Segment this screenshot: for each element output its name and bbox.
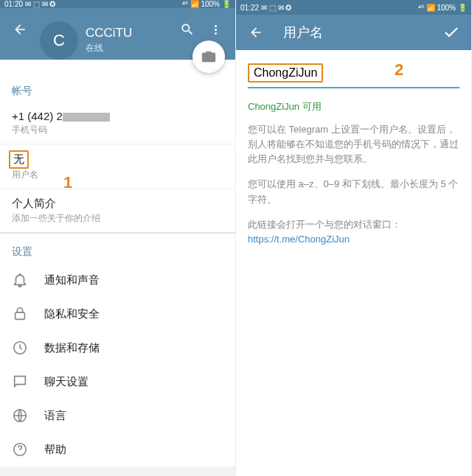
status-bar: 01:22 ✉ ⬚ ✉ ✪ ⁴⁶ 📶 100% 🔋 — [236, 0, 471, 15]
desc-2: 您可以使用 a–z、0–9 和下划线。最小长度为 5 个字符。 — [236, 174, 471, 214]
bio-sub: 添加一些关于你的介绍 — [12, 212, 223, 225]
status-net: ⁴⁶ 📶 100% — [418, 4, 456, 12]
bell-icon — [12, 272, 28, 288]
camera-icon — [201, 49, 217, 65]
desc-1: 您可以在 Telegram 上设置一个用户名。设置后，别人将能够在不知道您的手机… — [236, 119, 471, 174]
settings-screen: 01:20 ✉ ⬚ ✉ ✪ ⁴⁶ 📶 100% 🔋 C CCCiTU 在线 帐号… — [0, 0, 236, 476]
bio-value: 个人简介 — [12, 197, 223, 211]
username-sub: 用户名 — [12, 169, 223, 181]
phone-row[interactable]: +1 (442) 2 手机号码 — [0, 102, 235, 144]
svg-rect-0 — [15, 312, 25, 319]
settings-header: 设置 — [0, 234, 235, 263]
version-footer: Telegram Android 客户端 v5.11.0 (1710) arm6… — [0, 466, 235, 476]
setting-label: 帮助 — [44, 443, 66, 457]
username-screen: 01:22 ✉ ⬚ ✉ ✪ ⁴⁶ 📶 100% 🔋 用户名 ChongZiJun… — [236, 0, 472, 476]
username-link[interactable]: https://t.me/ChongZiJun — [248, 234, 350, 245]
phone-number: +1 (442) 2 — [12, 110, 223, 122]
username-row[interactable]: 无 用户名 — [0, 144, 235, 189]
setting-label: 聊天设置 — [44, 375, 88, 389]
help-row[interactable]: 帮助 — [0, 433, 235, 466]
phone-sub: 手机号码 — [12, 124, 223, 136]
username-input-wrap: ChongZiJun — [236, 50, 471, 91]
status-net: ⁴⁶ 📶 100% — [182, 0, 220, 8]
language-row[interactable]: 语言 — [0, 399, 235, 433]
setting-label: 数据和存储 — [44, 341, 100, 355]
annotation-2: 2 — [395, 60, 403, 80]
help-icon — [12, 441, 28, 458]
setting-label: 语言 — [44, 409, 66, 423]
status-time: 01:22 — [240, 4, 259, 12]
chat-row[interactable]: 聊天设置 — [0, 365, 235, 399]
status-battery: 🔋 — [458, 4, 467, 12]
page-title: 用户名 — [283, 24, 437, 41]
username-value: 无 — [9, 150, 29, 169]
camera-button[interactable] — [192, 41, 225, 73]
search-button[interactable] — [173, 15, 201, 43]
desc-3: 此链接会打开一个与您的对话窗口： https://t.me/ChongZiJun — [236, 214, 471, 254]
setting-label: 隐私和安全 — [44, 307, 100, 321]
chat-icon — [12, 374, 28, 390]
data-row[interactable]: 数据和存储 — [0, 331, 235, 365]
profile-header: C CCCiTU 在线 — [0, 8, 235, 60]
redacted — [63, 113, 110, 122]
status-bar: 01:20 ✉ ⬚ ✉ ✪ ⁴⁶ 📶 100% 🔋 — [0, 0, 235, 8]
notifications-row[interactable]: 通知和声音 — [0, 263, 235, 297]
setting-label: 通知和声音 — [44, 273, 100, 287]
lock-icon — [12, 306, 28, 322]
username-available: ChongZiJun 可用 — [236, 91, 471, 119]
bio-row[interactable]: 个人简介 添加一些关于你的介绍 — [0, 189, 235, 232]
back-button[interactable] — [242, 18, 270, 46]
profile-name: CCCiTU — [86, 26, 173, 41]
data-icon — [12, 340, 28, 356]
menu-button[interactable] — [201, 15, 229, 43]
account-header: 帐号 — [0, 73, 235, 102]
annotation-1: 1 — [63, 173, 72, 192]
confirm-button[interactable] — [437, 18, 465, 46]
avatar[interactable]: C — [40, 21, 78, 60]
dots-icon — [215, 25, 217, 35]
status-battery: 🔋 — [222, 0, 231, 8]
profile-status: 在线 — [86, 42, 173, 55]
back-button[interactable] — [6, 15, 34, 43]
username-header: 用户名 — [236, 15, 471, 50]
status-icons: ✉ ⬚ ✉ ✪ — [261, 4, 291, 12]
status-icons: ✉ ⬚ ✉ ✪ — [25, 0, 55, 8]
globe-icon — [12, 407, 28, 424]
status-time: 01:20 — [4, 0, 23, 8]
privacy-row[interactable]: 隐私和安全 — [0, 297, 235, 331]
